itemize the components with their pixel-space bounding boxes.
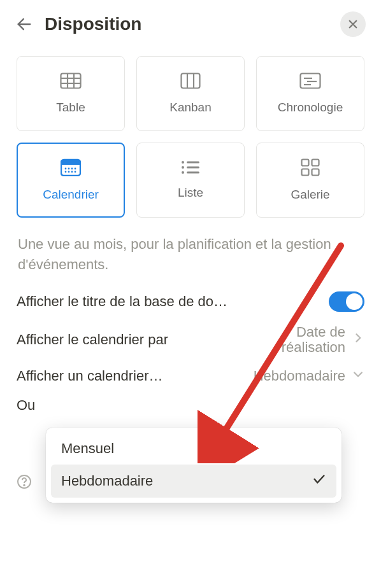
layout-label: Liste: [178, 186, 203, 200]
layout-card-gallery[interactable]: Galerie: [256, 143, 364, 218]
close-icon: [347, 18, 359, 30]
close-button[interactable]: [340, 11, 366, 37]
layout-label: Table: [56, 101, 85, 115]
list-icon: [181, 160, 200, 177]
layout-card-kanban[interactable]: Kanban: [136, 56, 245, 131]
check-icon: [312, 472, 326, 490]
svg-point-30: [182, 171, 184, 174]
svg-rect-8: [182, 74, 200, 88]
svg-point-21: [75, 168, 76, 170]
svg-point-37: [24, 485, 25, 486]
dropdown-item-label: Hebdomadaire: [61, 473, 312, 489]
arrow-left-icon: [15, 15, 33, 33]
setting-label: Afficher le titre de la base de do…: [17, 293, 322, 310]
dropdown-item-label: Mensuel: [61, 440, 326, 457]
svg-point-25: [75, 171, 76, 173]
layout-card-list[interactable]: Liste: [136, 143, 245, 218]
kanban-icon: [180, 73, 201, 92]
layout-label: Calendrier: [43, 188, 99, 202]
svg-point-19: [68, 168, 70, 170]
setting-calendar-by[interactable]: Afficher le calendrier par Date de réali…: [17, 325, 364, 355]
page-title: Disposition: [45, 14, 329, 34]
table-icon: [60, 73, 82, 92]
layout-label: Kanban: [169, 101, 212, 115]
layout-card-table[interactable]: Table: [17, 56, 125, 131]
svg-rect-29: [187, 167, 199, 169]
calendar-icon: [61, 158, 81, 179]
help-icon: [17, 474, 32, 489]
svg-point-26: [182, 161, 184, 164]
svg-rect-17: [61, 162, 80, 165]
layout-card-timeline[interactable]: Chronologie: [256, 56, 364, 131]
back-button[interactable]: [15, 15, 33, 33]
svg-rect-34: [302, 169, 309, 176]
dropdown-item-monthly[interactable]: Mensuel: [51, 433, 336, 465]
chevron-right-icon: [352, 332, 364, 348]
setting-label: Afficher le calendrier par: [17, 332, 243, 348]
toggle-show-title[interactable]: [329, 291, 364, 312]
help-button[interactable]: [17, 474, 32, 492]
setting-label: Afficher un calendrier…: [17, 368, 247, 384]
dropdown-item-weekly[interactable]: Hebdomadaire: [51, 465, 336, 498]
svg-rect-32: [302, 160, 309, 166]
setting-value: Date de réalisation: [250, 325, 345, 355]
svg-rect-27: [187, 162, 199, 164]
svg-point-20: [71, 168, 73, 170]
layout-description: Une vue au mois, pour la planification e…: [0, 225, 381, 280]
gallery-icon: [301, 158, 320, 179]
timeline-icon: [299, 73, 321, 92]
svg-rect-3: [61, 74, 81, 88]
svg-rect-33: [312, 160, 319, 166]
dropdown-calendar-view: Mensuel Hebdomadaire: [46, 428, 341, 503]
svg-point-24: [71, 171, 73, 173]
setting-value: Hebdomadaire: [254, 368, 345, 384]
svg-rect-31: [187, 172, 199, 174]
svg-point-18: [65, 168, 67, 170]
layout-card-calendar[interactable]: Calendrier: [17, 143, 125, 218]
setting-calendar-as[interactable]: Afficher un calendrier… Hebdomadaire: [17, 368, 364, 384]
svg-rect-35: [312, 169, 319, 176]
setting-row-truncated[interactable]: Ou: [0, 397, 381, 414]
svg-point-23: [68, 171, 70, 173]
chevron-down-icon: [352, 368, 364, 384]
layout-label: Chronologie: [278, 101, 343, 115]
svg-point-22: [65, 171, 67, 173]
setting-show-db-title[interactable]: Afficher le titre de la base de do…: [17, 291, 364, 312]
layout-grid: Table Kanban Chronologie Calendrier List…: [0, 48, 381, 225]
layout-label: Galerie: [291, 188, 329, 202]
svg-point-28: [182, 166, 184, 169]
